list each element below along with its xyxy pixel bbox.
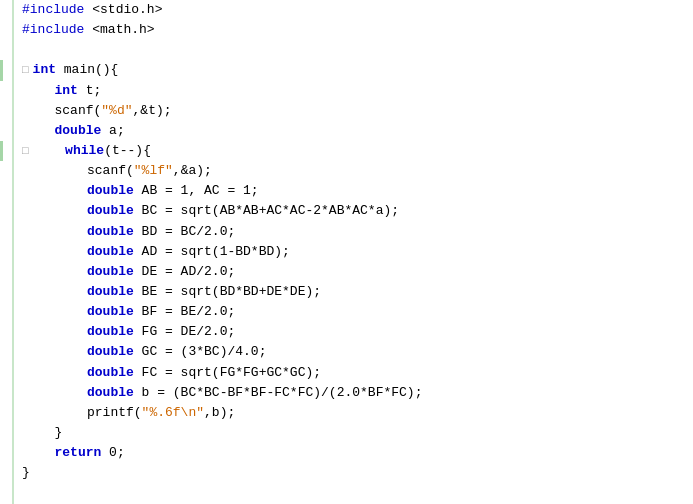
line-5: int t; — [22, 81, 693, 101]
line-14: double DE = AD/2.0; — [22, 262, 693, 282]
editor-container: #include <stdio.h> #include <math.h> □ i… — [0, 0, 693, 504]
line-2: #include <math.h> — [22, 20, 693, 40]
line-9: scanf("%lf",&a); — [22, 161, 693, 181]
code-area[interactable]: #include <stdio.h> #include <math.h> □ i… — [14, 0, 693, 504]
line-1: #include <stdio.h> — [22, 0, 693, 20]
line-13: double AD = sqrt(1-BD*BD); — [22, 242, 693, 262]
line-10: double AB = 1, AC = 1; — [22, 181, 693, 201]
line-4: □ int main(){ — [22, 60, 693, 80]
line-3 — [22, 40, 693, 60]
line-8: □ while(t--){ — [22, 141, 693, 161]
line-7: double a; — [22, 121, 693, 141]
line-17: double FG = DE/2.0; — [22, 322, 693, 342]
gutter — [0, 0, 14, 504]
line-16: double BF = BE/2.0; — [22, 302, 693, 322]
line-21: printf("%.6f\n",b); — [22, 403, 693, 423]
line-12: double BD = BC/2.0; — [22, 222, 693, 242]
line-19: double FC = sqrt(FG*FG+GC*GC); — [22, 363, 693, 383]
fold-icon-4: □ — [22, 62, 29, 79]
line-20: double b = (BC*BC-BF*BF-FC*FC)/(2.0*BF*F… — [22, 383, 693, 403]
line-15: double BE = sqrt(BD*BD+DE*DE); — [22, 282, 693, 302]
line-11: double BC = sqrt(AB*AB+AC*AC-2*AB*AC*a); — [22, 201, 693, 221]
line-6: scanf("%d",&t); — [22, 101, 693, 121]
line-22: } — [22, 423, 693, 443]
fold-icon-8: □ — [22, 143, 29, 160]
line-18: double GC = (3*BC)/4.0; — [22, 342, 693, 362]
line-23: return 0; — [22, 443, 693, 463]
line-24: } — [22, 463, 693, 483]
